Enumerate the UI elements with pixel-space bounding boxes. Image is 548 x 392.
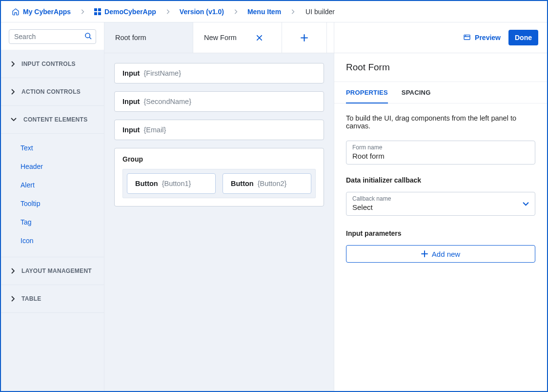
block-param: {FirstName} [143,69,181,77]
block-param: {Button1} [162,180,191,187]
breadcrumb-menu-label: Menu Item [247,8,281,16]
chevron-right-icon [75,9,90,14]
done-button[interactable]: Done [508,30,538,45]
svg-rect-1 [98,8,101,11]
sidebar-group-label: INPUT CONTROLS [21,61,76,67]
callback-label: Callback name [352,195,529,202]
add-tab-button[interactable] [282,22,327,53]
preview-label: Preview [475,34,501,41]
chevron-right-icon [228,9,244,14]
canvas-block-group[interactable]: Group Button {Button1} Button {Button2} [114,148,324,206]
breadcrumb-app[interactable]: DemoCyberApp [92,8,158,16]
block-param: {SecondName} [143,98,191,105]
panel-title: Root Form [346,62,535,73]
group-inner: Button {Button1} Button {Button2} [122,169,316,198]
form-tabbar: Root form New Form [104,22,334,53]
canvas-area: Root form New Form Input {FirstName} [104,22,334,391]
sidebar-group-action-controls[interactable]: ACTION CONTROLS [1,78,104,106]
sidebar-group-layout-management[interactable]: LAYOUT MANAGEMENT [1,257,104,285]
block-type: Button [135,180,158,187]
sidebar-item-header[interactable]: Header [1,157,104,176]
component-sidebar: INPUT CONTROLS ACTION CONTROLS CONTENT E… [1,22,104,391]
search-input[interactable] [9,29,96,44]
sidebar-item-alert[interactable]: Alert [1,176,104,194]
breadcrumb-menu[interactable]: Menu Item [245,8,283,16]
apps-icon [94,8,101,15]
home-icon [12,8,20,16]
sidebar-group-label: CONTENT ELEMENTS [23,116,87,123]
group-label: Group [122,155,316,163]
sidebar-group-table[interactable]: TABLE [1,285,104,313]
form-name-value: Root form [352,152,529,160]
input-params-heading: Input parameters [346,229,535,237]
tab-label: New Form [204,34,237,41]
callback-value: Select [352,203,529,211]
chevron-right-icon [160,9,176,14]
sidebar-item-tooltip[interactable]: Tooltip [1,194,104,213]
block-type: Input [122,98,140,105]
tab-new-form[interactable]: New Form [193,22,282,53]
form-name-field[interactable]: Form name Root form [346,141,535,165]
canvas-block-input[interactable]: Input {SecondName} [114,91,324,112]
form-name-label: Form name [352,144,529,151]
sidebar-group-label: LAYOUT MANAGEMENT [21,268,92,274]
svg-point-4 [85,33,90,38]
breadcrumb-app-label: DemoCyberApp [104,8,156,16]
sidebar-item-icon[interactable]: Icon [1,231,104,250]
svg-rect-2 [94,12,97,15]
block-param: {Button2} [258,180,287,187]
svg-rect-5 [464,35,470,40]
canvas[interactable]: Input {FirstName} Input {SecondName} Inp… [104,53,334,216]
sidebar-group-input-controls[interactable]: INPUT CONTROLS [1,50,104,78]
sidebar-group-label: TABLE [21,295,41,302]
sidebar-group-content-elements[interactable]: CONTENT ELEMENTS [1,106,104,134]
chevron-right-icon [11,61,15,67]
canvas-block-button[interactable]: Button {Button1} [127,173,216,194]
preview-icon [463,34,471,41]
sidebar-item-tag[interactable]: Tag [1,213,104,231]
properties-panel: Preview Done Root Form PROPERTIES SPACIN… [334,22,547,391]
svg-rect-3 [98,12,101,15]
tab-root-form[interactable]: Root form [104,22,193,53]
chevron-down-icon [11,118,17,122]
panel-hint: To build the UI, drag components from th… [346,114,535,130]
block-type: Input [122,69,140,77]
add-new-label: Add new [432,250,460,258]
breadcrumb-version[interactable]: Version (v1.0) [178,8,226,16]
panel-tabs: PROPERTIES SPACING [334,82,547,103]
plus-icon [301,34,308,41]
breadcrumb-current: UI builder [303,8,335,16]
close-icon[interactable] [256,35,263,41]
callback-section-heading: Data initializer callback [346,176,535,184]
canvas-block-button[interactable]: Button {Button2} [223,173,311,194]
breadcrumb-version-label: Version (v1.0) [180,8,224,16]
sidebar-group-label: ACTION CONTROLS [21,88,81,95]
search-input-wrap [9,29,96,44]
callback-select[interactable]: Callback name Select [346,192,535,216]
tab-label: Root form [115,34,146,41]
chevron-down-icon [523,202,529,206]
canvas-block-input[interactable]: Input {FirstName} [114,63,324,83]
breadcrumb-home-label: My CyberApps [23,8,71,16]
svg-rect-0 [94,8,97,11]
add-new-button[interactable]: Add new [346,245,535,263]
breadcrumb: My CyberApps DemoCyberApp Version (v1.0)… [1,1,547,22]
chevron-right-icon [285,9,301,14]
panel-tab-spacing[interactable]: SPACING [402,89,431,103]
panel-tab-properties[interactable]: PROPERTIES [346,89,388,103]
block-param: {Email} [143,126,166,134]
chevron-right-icon [11,268,15,274]
block-type: Input [122,126,140,134]
breadcrumb-home[interactable]: My CyberApps [10,8,73,16]
chevron-right-icon [11,89,15,95]
sidebar-items-content-elements: Text Header Alert Tooltip Tag Icon [1,134,104,257]
chevron-right-icon [11,296,15,302]
block-type: Button [231,180,254,187]
search-icon[interactable] [84,32,92,40]
canvas-block-input[interactable]: Input {Email} [114,120,324,140]
plus-icon [421,250,428,257]
sidebar-item-text[interactable]: Text [1,139,104,157]
preview-button[interactable]: Preview [463,34,501,41]
